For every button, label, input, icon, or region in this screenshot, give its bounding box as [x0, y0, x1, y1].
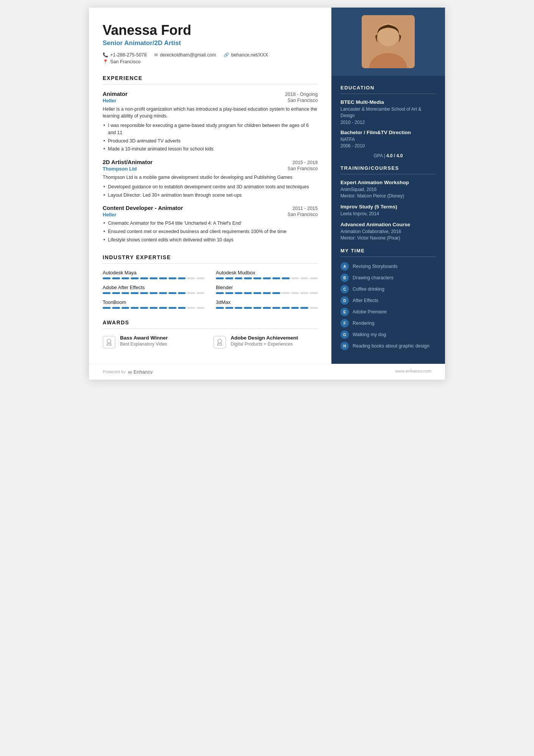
footer-brand: Powered by ∞ Enhancv: [103, 369, 153, 375]
skill-bar-segment: [300, 277, 308, 279]
footer-website: www.enhancv.com: [395, 369, 431, 375]
skill-item: ToonBoom: [103, 299, 205, 309]
skill-bar-segment: [122, 277, 130, 279]
skill-bar-segment: [300, 307, 308, 309]
skill-bar-segment: [310, 277, 318, 279]
award-info: Adobe Design Achievement Digital Product…: [231, 335, 298, 347]
bullet-item: Cinematic Animator for the PS4 title 'Un…: [103, 220, 318, 227]
experience-item: 2D Artist/Animator 2015 - 2018 Thompson …: [103, 159, 318, 199]
experience-divider: [103, 84, 318, 85]
mytime-item: A Revising Storyboards: [340, 262, 436, 271]
experience-item: Content Developer - Animator 2011 - 2015…: [103, 205, 318, 243]
phone-icon: 📞: [103, 52, 108, 58]
course-detail: Animation Collaborative, 2016Mentor: Vic…: [340, 229, 436, 241]
skill-bar-segment: [187, 307, 195, 309]
powered-by-label: Powered by: [103, 369, 126, 374]
svg-point-2: [218, 339, 222, 343]
header-section: Vanessa Ford Senior Animator/2D Artist 📞…: [103, 23, 318, 64]
skill-bar-segment: [197, 292, 205, 294]
award-name: Adobe Design Achievement: [231, 335, 298, 341]
bullet-item: Layout Director: Led 30+ animation team …: [103, 192, 318, 199]
bullet-item: I was responsible for executing a game-b…: [103, 122, 318, 136]
training-divider: [340, 174, 436, 174]
skill-bar-segment: [103, 292, 111, 294]
skill-bar-segment: [112, 277, 120, 279]
mytime-item: E Adobe Premiere: [340, 308, 436, 316]
photo-section: [331, 8, 445, 76]
skill-bar-segment: [178, 277, 186, 279]
skill-bar-segment: [150, 277, 158, 279]
mytime-divider: [340, 257, 436, 257]
skill-name: Blender: [216, 285, 318, 290]
mytime-item: D After Effects: [340, 296, 436, 305]
job-bullets: Developed guidance on to establish devel…: [103, 183, 318, 199]
education-item: BTEC Multi-Media Lancaster & Morecambe S…: [340, 99, 436, 125]
bullet-item: Lifestyle shows content edits which deli…: [103, 236, 318, 244]
course-name: Improv Study (5 Terms): [340, 204, 436, 210]
mytime-badge: D: [340, 296, 349, 305]
skill-bar-segment: [235, 307, 243, 309]
skills-grid: Autodesk Maya Autodesk Mudbox Adobe Afte…: [103, 270, 318, 309]
skill-bar-segment: [225, 292, 233, 294]
skill-bar: [103, 307, 205, 309]
skill-bar-segment: [131, 307, 139, 309]
email-value: dereckoldham@gmail.com: [160, 52, 216, 58]
job-location: San Francisco: [287, 98, 318, 103]
enhancv-icon: ∞: [128, 369, 132, 375]
skill-bar-segment: [216, 277, 224, 279]
skill-bar-segment: [300, 292, 308, 294]
company-name: Heller: [103, 212, 116, 218]
mytime-item: C Coffee drinking: [340, 285, 436, 293]
course-name: Advanced Animation Course: [340, 222, 436, 227]
skill-bar-segment: [310, 307, 318, 309]
mytime-item: F Rendering: [340, 319, 436, 327]
skill-item: Adobe After Effects: [103, 285, 205, 294]
skill-bar-segment: [178, 292, 186, 294]
course-item: Advanced Animation Course Animation Coll…: [340, 222, 436, 241]
skill-bar-segment: [140, 292, 148, 294]
school-name: NATFA: [340, 136, 436, 143]
degree-title: Bachelor / Film&TV Direction: [340, 130, 436, 135]
skill-bar-segment: [244, 277, 252, 279]
mytime-label: After Effects: [353, 297, 378, 304]
award-icon: [213, 336, 226, 349]
education-section-title: EDUCATION: [340, 85, 436, 91]
skill-bar-segment: [216, 292, 224, 294]
job-description: Thompson Ltd is a mobile game developmen…: [103, 174, 318, 181]
skill-bar-segment: [310, 292, 318, 294]
education-list: BTEC Multi-Media Lancaster & Morecambe S…: [340, 99, 436, 158]
mytime-label: Walking my dog: [353, 332, 386, 338]
job-description: Heller is a non-profit organization whic…: [103, 106, 318, 120]
courses-list: Expert Animation Workshop AnimSquad, 201…: [340, 180, 436, 241]
mytime-badge: H: [340, 342, 349, 350]
skill-bar-segment: [235, 277, 243, 279]
skill-bar-segment: [159, 292, 167, 294]
mytime-label: Adobe Premiere: [353, 309, 387, 315]
skill-bar-segment: [225, 307, 233, 309]
mytime-section-title: MY TIME: [340, 248, 436, 254]
skill-item: Blender: [216, 285, 318, 294]
skill-bar-segment: [253, 277, 261, 279]
course-item: Improv Study (5 Terms) Leela Improv, 201…: [340, 204, 436, 217]
phone-value: +1-288-275-5078: [110, 52, 147, 58]
job-bullets: I was responsible for executing a game-b…: [103, 122, 318, 153]
award-item: Adobe Design Achievement Digital Product…: [213, 335, 318, 349]
skill-bar-segment: [122, 292, 130, 294]
mytime-item: H Reading books about graphic design: [340, 342, 436, 350]
awards-divider: [103, 329, 318, 329]
skill-bar-segment: [282, 292, 290, 294]
skill-bar-segment: [150, 292, 158, 294]
skill-bar: [216, 292, 318, 294]
candidate-photo: [362, 15, 415, 68]
education-years: 2010 - 2012: [340, 120, 436, 125]
skill-bar-segment: [150, 307, 158, 309]
job-title: Animator: [103, 91, 128, 97]
skill-name: 3dMax: [216, 299, 318, 305]
skill-bar-segment: [263, 277, 271, 279]
skill-bar-segment: [140, 277, 148, 279]
award-name: Bass Award Winner: [120, 335, 168, 341]
education-years: 2006 - 2010: [340, 143, 436, 149]
skill-bar-segment: [235, 292, 243, 294]
skill-bar-segment: [131, 277, 139, 279]
skill-bar-segment: [131, 292, 139, 294]
